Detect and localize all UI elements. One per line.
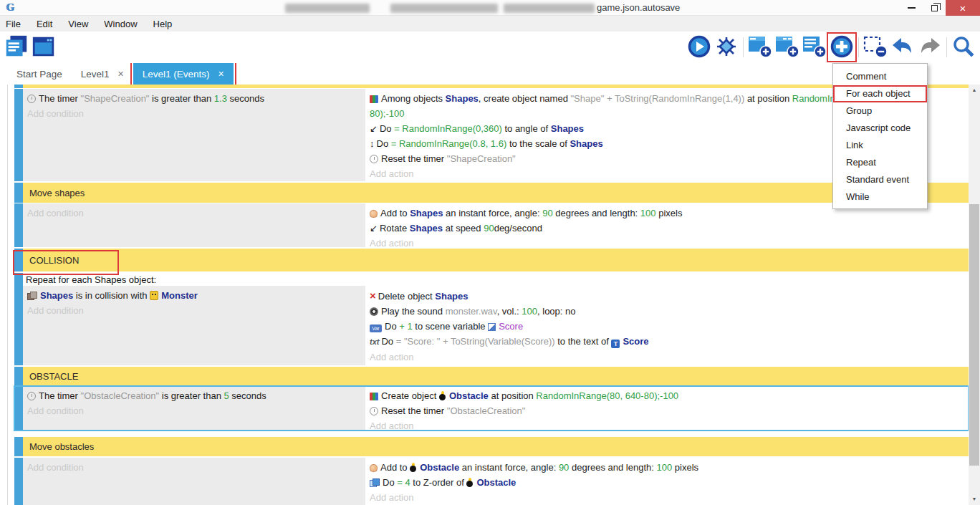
event-handle[interactable] — [14, 85, 23, 88]
scene-editor-button[interactable] — [30, 34, 57, 61]
action-line[interactable]: Create object Obstacle at position Rando… — [370, 388, 964, 403]
play-button[interactable] — [686, 34, 713, 61]
add-subevent-button[interactable] — [774, 34, 801, 61]
menu-file[interactable]: File — [6, 19, 21, 29]
text-segment: , create object named — [479, 93, 571, 104]
obstacle-icon — [466, 478, 474, 487]
project-manager-icon — [4, 34, 29, 62]
action-line[interactable]: Add action — [370, 350, 964, 365]
close-button[interactable]: × — [946, 0, 980, 16]
condition-line[interactable]: Add condition — [27, 403, 361, 418]
add-comment-event-button[interactable] — [801, 34, 828, 61]
conditions-panel[interactable]: The timer "ShapeCreation" is greater tha… — [23, 89, 365, 181]
event-handle[interactable] — [14, 89, 23, 181]
scrollbar-thumb[interactable] — [969, 204, 979, 466]
conditions-panel[interactable]: Add condition — [23, 203, 365, 247]
event-handle[interactable] — [14, 386, 23, 431]
text-segment: Shapes — [570, 138, 602, 149]
action-line[interactable]: ×Delete object Shapes — [370, 288, 964, 304]
event-handle[interactable] — [14, 203, 23, 247]
action-line[interactable]: Add action — [370, 418, 964, 431]
event-handle[interactable] — [14, 367, 23, 385]
condition-line[interactable]: The timer "ShapeCreation" is greater tha… — [27, 91, 361, 106]
actions-panel[interactable]: Create object Obstacle at position Rando… — [365, 386, 969, 431]
action-line[interactable]: Reset the timer "ObstacleCreation" — [370, 403, 964, 418]
menu-item-javascript-code[interactable]: Javascript code — [833, 120, 927, 137]
add-comment-event-icon — [802, 34, 827, 61]
actions-panel[interactable]: Add to Shapes an instant force, angle: 9… — [365, 203, 969, 247]
add-other-event-button[interactable] — [828, 34, 855, 61]
text-segment: 80);-100 — [370, 108, 404, 119]
action-line[interactable]: Add action — [370, 490, 964, 505]
menu-item-group[interactable]: Group — [833, 102, 927, 120]
text-segment: Obstacle — [449, 390, 489, 401]
timer-icon — [27, 95, 36, 103]
action-line[interactable]: VarDo + 1 to scene variable Score — [370, 319, 964, 334]
tab-label: Level1 — [81, 69, 110, 80]
condition-line[interactable]: Add condition — [27, 303, 361, 318]
comment-row[interactable]: Move shapes — [14, 183, 969, 203]
action-line[interactable]: Do = 4 to Z-order of Obstacle — [370, 475, 964, 490]
scroll-down-icon[interactable]: ▼ — [969, 494, 980, 505]
remove-event-icon — [863, 34, 888, 61]
event-handle[interactable] — [14, 437, 23, 456]
debug-button[interactable] — [713, 34, 740, 61]
tab-start-page[interactable]: Start Page — [7, 63, 72, 85]
conditions-panel[interactable]: Add condition — [23, 458, 365, 505]
action-line[interactable]: Add to Obstacle an instant force, angle:… — [370, 460, 964, 475]
condition-line[interactable]: Add condition — [27, 460, 361, 475]
restore-button[interactable] — [923, 0, 946, 16]
minimize-button[interactable] — [900, 0, 923, 16]
event-handle[interactable] — [14, 273, 23, 365]
project-manager-button[interactable] — [3, 34, 30, 61]
text-segment: "ObstacleCreation" — [81, 390, 160, 401]
menu-help[interactable]: Help — [153, 19, 173, 29]
menu-item-standard-event[interactable]: Standard event — [833, 171, 927, 188]
condition-line[interactable]: Shapes is in collision with Monster — [27, 288, 361, 303]
conditions-panel[interactable]: Shapes is in collision with MonsterAdd c… — [23, 286, 365, 365]
scroll-up-icon[interactable]: ▲ — [969, 85, 980, 96]
tab-level1[interactable]: Level1× — [72, 63, 133, 85]
menu-view[interactable]: View — [68, 19, 88, 29]
textobj-icon: T — [611, 340, 620, 348]
action-line[interactable]: ↙Rotate Shapes at speed 90deg/second — [370, 221, 964, 236]
action-line[interactable]: txtDo = "Score: " + ToString(Variable(Sc… — [370, 334, 964, 350]
close-tab-icon[interactable]: × — [118, 68, 124, 80]
text-segment: seconds — [227, 93, 264, 104]
text-segment: Do — [383, 477, 397, 488]
undo-button[interactable] — [889, 34, 916, 61]
actions-panel[interactable]: ×Delete object ShapesPlay the sound mons… — [365, 286, 969, 365]
condition-line[interactable]: Add condition — [27, 106, 361, 121]
foreach-header[interactable]: Repeat for each Shapes object: — [23, 273, 969, 286]
comment-row[interactable]: COLLISION — [14, 249, 969, 271]
comment-row[interactable]: Move obstacles — [14, 437, 969, 456]
tab-level1-events-[interactable]: Level1 (Events)× — [133, 63, 234, 85]
search-button[interactable] — [950, 34, 977, 61]
add-standard-event-button[interactable] — [746, 34, 774, 61]
vertical-scrollbar[interactable]: ▲ ▼ — [969, 85, 980, 505]
menu-item-comment[interactable]: Comment — [833, 68, 927, 85]
event-handle[interactable] — [14, 458, 23, 505]
event-handle[interactable] — [14, 249, 23, 271]
action-line[interactable]: Add action — [370, 236, 964, 247]
redo-button[interactable] — [916, 34, 943, 61]
close-tab-icon[interactable]: × — [218, 68, 224, 80]
action-line[interactable]: Play the sound monster.wav, vol.: 100, l… — [370, 304, 964, 319]
condition-line[interactable]: Add condition — [27, 206, 361, 221]
remove-event-button[interactable] — [862, 34, 889, 61]
actions-panel[interactable]: Add to Obstacle an instant force, angle:… — [365, 458, 969, 505]
menu-item-while[interactable]: While — [833, 188, 927, 206]
menu-window[interactable]: Window — [104, 19, 137, 29]
menu-item-for-each-object[interactable]: For each object — [833, 85, 927, 102]
menu-edit[interactable]: Edit — [37, 19, 52, 29]
add-event-context-menu: CommentFor each objectGroupJavascript co… — [832, 63, 928, 209]
menu-item-link[interactable]: Link — [833, 137, 927, 154]
events-rows: The timer "ShapeCreation" is greater tha… — [0, 85, 969, 505]
conditions-panel[interactable]: The timer "ObstacleCreation" is greater … — [23, 386, 365, 431]
timer-icon — [370, 407, 378, 415]
text-segment: RandomInRange(80, 640-80);-100 — [536, 390, 678, 401]
comment-row[interactable]: OBSTACLE — [14, 367, 969, 385]
condition-line[interactable]: The timer "ObstacleCreation" is greater … — [27, 388, 361, 403]
menu-item-repeat[interactable]: Repeat — [833, 154, 927, 171]
event-handle[interactable] — [14, 183, 23, 203]
